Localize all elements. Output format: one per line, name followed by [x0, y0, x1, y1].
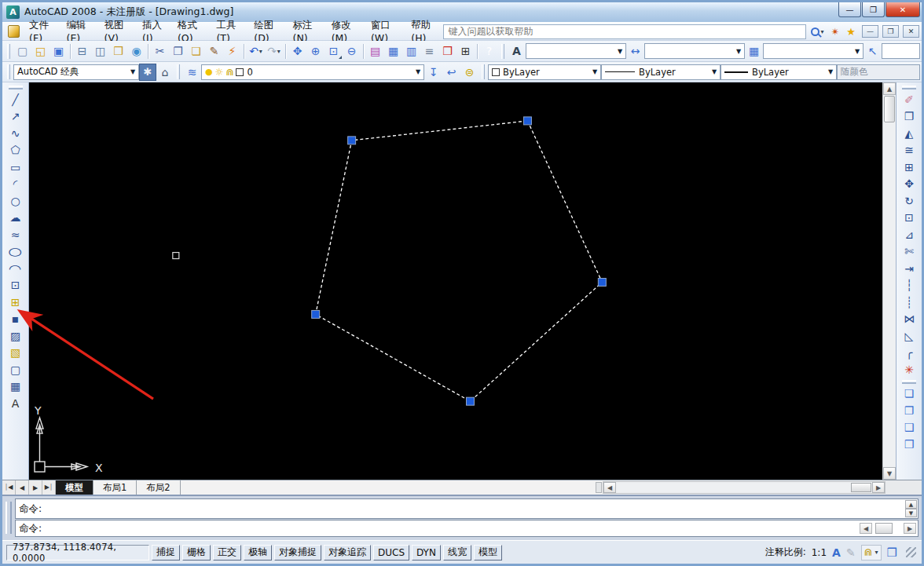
chamfer-button[interactable]: ◺ — [900, 327, 918, 345]
plot-button[interactable]: ⊟ — [73, 42, 91, 60]
properties-button[interactable]: ▤ — [366, 42, 384, 60]
cmd-scroll-left-button[interactable]: ◀ — [860, 523, 872, 534]
toolbar-grip[interactable] — [902, 380, 916, 384]
redo-button[interactable]: ↷▾ — [265, 42, 283, 60]
quickcalc-button[interactable]: ⊞ — [456, 42, 475, 60]
gradient-button[interactable]: ▧ — [6, 345, 25, 362]
line-button[interactable]: ╱ — [6, 91, 25, 108]
hscroll-right-button[interactable]: ▶ — [872, 482, 885, 493]
point-button[interactable]: ▪ — [6, 311, 25, 328]
qnew-file-icon[interactable] — [8, 25, 20, 38]
search-button[interactable]: ▾ — [808, 24, 826, 38]
horizontal-scrollbar[interactable]: ◀ ▶ — [603, 481, 886, 494]
tab-nav-prev[interactable]: ◀ — [16, 480, 29, 495]
layer-freeze-sun-icon[interactable]: ☼ — [215, 67, 224, 78]
plot-preview-button[interactable]: ◫ — [91, 42, 109, 60]
zoom-realtime-button[interactable]: ⊕ — [306, 42, 324, 60]
my-workspace-button[interactable]: ⌂ — [156, 64, 174, 81]
layer-combo[interactable]: ● ☼ ⋒ 0 ▼ — [201, 64, 424, 80]
break-at-point-button[interactable]: ┆ — [900, 277, 918, 294]
zoom-previous-button[interactable]: ⊖ — [343, 42, 361, 60]
publish-button[interactable]: ❒ — [109, 42, 127, 60]
explode-button[interactable]: ✳ — [900, 361, 918, 378]
minimize-button[interactable]: — — [838, 2, 861, 17]
scale-button[interactable]: ⊡ — [900, 210, 918, 227]
text-style-combo[interactable]: ▼ — [526, 43, 626, 59]
history-scroll-down-button[interactable]: ▼ — [905, 509, 917, 517]
linetype-combo[interactable]: ByLayer▼ — [601, 64, 720, 80]
extend-button[interactable]: ⇥ — [900, 260, 918, 277]
toolbar-grip[interactable] — [9, 86, 23, 89]
toolbar-grip[interactable] — [7, 44, 10, 59]
command-input[interactable]: 命令: ◀ ▶ — [15, 520, 918, 537]
toolbar-grip[interactable] — [501, 44, 504, 59]
toolbar-lock-button[interactable]: ⋒▾ — [861, 545, 882, 561]
arc-button[interactable]: ◜ — [6, 176, 25, 193]
rotate-button[interactable]: ↻ — [900, 192, 918, 210]
mirror-button[interactable]: ◭ — [900, 125, 918, 142]
toggle-lineweight[interactable]: 线宽 — [443, 545, 471, 561]
fillet-button[interactable]: ╭ — [900, 345, 918, 362]
table-style-combo[interactable]: ▼ — [763, 43, 864, 59]
favorites-button[interactable]: ★ — [844, 24, 858, 38]
hscroll-track[interactable] — [616, 482, 850, 493]
tab-nav-first[interactable]: ⏐◀ — [2, 480, 16, 495]
markup-button[interactable]: ❒ — [438, 42, 456, 60]
copy-clip-button[interactable]: ❐ — [169, 42, 187, 60]
toggle-dyn[interactable]: DYN — [412, 545, 441, 561]
copy-button[interactable]: ❐ — [900, 108, 918, 126]
hscroll-splitter[interactable] — [596, 482, 602, 493]
region-button[interactable]: ▢ — [6, 361, 25, 378]
undo-button[interactable]: ↶▾ — [247, 42, 265, 60]
break-button[interactable]: ┊ — [900, 294, 918, 311]
polygon-button[interactable]: ⬠ — [6, 142, 25, 159]
layer-on-bulb-icon[interactable]: ● — [205, 67, 213, 77]
designcenter-button[interactable]: ▦ — [384, 42, 402, 60]
spline-button[interactable]: ≈ — [6, 226, 25, 243]
circle-button[interactable]: ○ — [6, 192, 25, 210]
cut-button[interactable]: ✂ — [151, 42, 169, 60]
toggle-ducs[interactable]: DUCS — [373, 545, 409, 561]
history-scroll-up-button[interactable]: ▲ — [905, 500, 917, 509]
layer-previous-button[interactable]: ↩ — [442, 64, 460, 81]
grip[interactable] — [598, 279, 606, 287]
open-button[interactable]: ◱ — [31, 42, 50, 60]
help-button[interactable]: ? — [480, 42, 498, 60]
toolpalettes-button[interactable]: ▥ — [402, 42, 420, 60]
layers-palette-button[interactable]: ≋ — [183, 64, 201, 81]
pan-button[interactable]: ✥ — [288, 42, 306, 60]
draw-order-bring-front-button[interactable]: ❏ — [900, 385, 918, 403]
annotation-autoscale-icon[interactable]: ✎ — [846, 547, 856, 558]
grip[interactable] — [348, 137, 356, 144]
toggle-model-space[interactable]: 模型 — [474, 545, 502, 561]
polyline-button[interactable]: ∿ — [6, 125, 25, 142]
close-button[interactable]: ✕ — [886, 2, 920, 17]
layer-lock-icon[interactable]: ⋒ — [226, 67, 233, 78]
dim-style-button[interactable]: ↔ — [626, 42, 644, 60]
annotation-scale-value[interactable]: 1:1 — [812, 547, 827, 558]
tab-model[interactable]: 模型 — [56, 480, 94, 495]
tab-nav-next[interactable]: ▶ — [29, 480, 42, 495]
child-minimize-button[interactable]: — — [862, 25, 878, 38]
match-properties-button[interactable]: ✎ — [205, 42, 223, 60]
cmd-scroll-right-button[interactable]: ▶ — [904, 523, 916, 534]
table-style-button[interactable]: ▦ — [745, 42, 763, 60]
mleader-style-combo[interactable] — [882, 43, 920, 59]
grip[interactable] — [466, 397, 474, 405]
toolbar-grip[interactable] — [902, 86, 916, 89]
mleader-style-button[interactable]: ↖ — [864, 42, 882, 60]
ellipse-arc-button[interactable]: ◠ — [6, 260, 25, 277]
toolbar-grip[interactable] — [177, 64, 180, 79]
new-button[interactable]: ▢ — [13, 42, 31, 60]
array-button[interactable]: ⊞ — [900, 159, 918, 176]
construction-line-button[interactable]: ↗ — [6, 108, 25, 126]
cmd-scroll-thumb[interactable] — [875, 523, 893, 534]
toolbar-grip[interactable] — [7, 64, 10, 79]
toggle-osnap[interactable]: 对象捕捉 — [274, 545, 321, 561]
erase-button[interactable]: ✐ — [900, 91, 918, 108]
toggle-otrack[interactable]: 对象追踪 — [324, 545, 371, 561]
make-block-button[interactable]: ⊞ — [6, 294, 25, 311]
command-history[interactable]: 命令: ▲ ▼ — [15, 498, 918, 519]
command-window-grip[interactable] — [6, 502, 12, 534]
child-restore-button[interactable]: ❐ — [882, 25, 899, 38]
